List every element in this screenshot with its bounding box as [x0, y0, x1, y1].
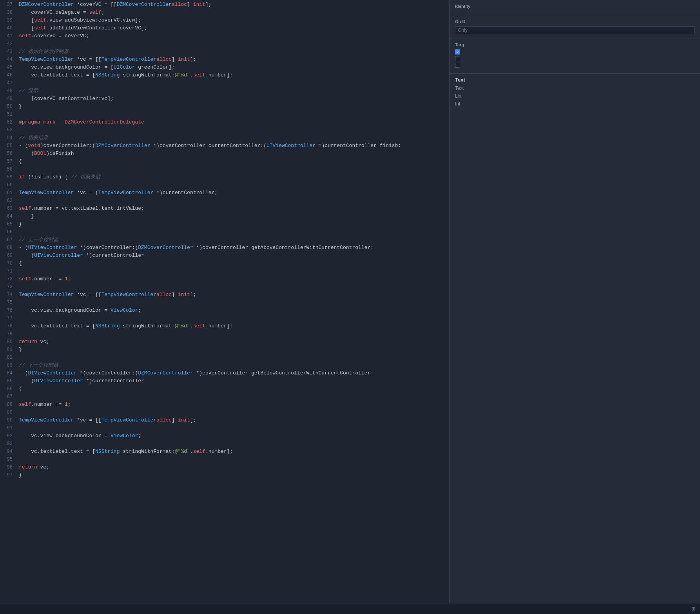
line-numbers: 3738394041424344454647484950515253545556… — [0, 0, 16, 614]
identity-title: Identity — [455, 4, 695, 9]
targets-title: Targ — [455, 42, 695, 47]
code-line: } — [19, 346, 449, 354]
code-line: self.coverVC = coverVC; — [19, 32, 449, 40]
code-line — [19, 409, 449, 416]
code-line: [self addChildViewController:coverVC]; — [19, 24, 449, 32]
code-line — [19, 440, 449, 448]
code-line — [19, 456, 449, 463]
text-section-title: Text — [450, 74, 700, 84]
code-line: { — [19, 385, 449, 393]
code-line: #pragma mark - DZMCoverControllerDelegat… — [19, 118, 449, 126]
code-line: vc.view.backgroundColor = ViewColor; — [19, 307, 449, 314]
code-line: TempViewController *vc = (TempViewContro… — [19, 189, 449, 197]
code-line: } — [19, 103, 449, 111]
code-line: - (void)coverController:(DZMCoverControl… — [19, 142, 449, 150]
on-demand-section: On D — [450, 15, 700, 38]
target-item-3[interactable] — [455, 63, 695, 68]
code-line: vc.view.backgroundColor = [UIColor green… — [19, 64, 449, 71]
code-line — [19, 79, 449, 87]
code-line: DZMCoverController *coverVC = [[DZMCover… — [19, 1, 449, 9]
code-line: // 上一个控制器 — [19, 236, 449, 244]
code-line: - (UIViewController *)coverController:(D… — [19, 369, 449, 377]
code-line — [19, 197, 449, 205]
code-line — [19, 267, 449, 275]
code-line: coverVC.delegate = self; — [19, 9, 449, 16]
code-line: (UIViewController *)currentController — [19, 252, 449, 260]
grid-icon[interactable]: ⊞ — [691, 605, 695, 613]
targets-section: Targ — [450, 38, 700, 74]
code-line: self.number -= 1; — [19, 275, 449, 283]
code-line — [19, 314, 449, 322]
code-line: } — [19, 471, 449, 479]
code-line: { — [19, 260, 449, 267]
text-item-3: Int — [450, 100, 700, 108]
code-line — [19, 181, 449, 189]
on-demand-input[interactable] — [455, 26, 695, 34]
text-item-2: Lin — [450, 92, 700, 100]
text-item-1: Text — [450, 84, 700, 92]
code-line: [self.view addSubview:coverVC.view]; — [19, 16, 449, 24]
code-line — [19, 424, 449, 432]
code-line: [coverVC setController:vc]; — [19, 95, 449, 103]
code-line: // 显示 — [19, 87, 449, 95]
code-line — [19, 330, 449, 338]
code-line — [19, 40, 449, 48]
on-demand-title: On D — [455, 19, 695, 24]
code-line: (UIViewController *)currentController — [19, 377, 449, 385]
target-checkbox-2[interactable] — [455, 56, 460, 61]
code-line — [19, 126, 449, 134]
code-line — [19, 393, 449, 401]
code-line: return vc; — [19, 463, 449, 471]
code-line: return vc; — [19, 338, 449, 346]
code-line: } — [19, 213, 449, 220]
code-line — [19, 299, 449, 307]
bottom-bar: ⊞ — [0, 603, 700, 614]
code-line: self.number = vc.textLabel.text.intValue… — [19, 205, 449, 213]
code-line: vc.textLabel.text = [NSString stringWith… — [19, 71, 449, 79]
code-line: } — [19, 220, 449, 228]
code-editor: 3738394041424344454647484950515253545556… — [0, 0, 449, 614]
text-section: Text Text Lin Int — [450, 74, 700, 108]
code-line — [19, 283, 449, 291]
code-line: vc.textLabel.text = [NSString stringWith… — [19, 448, 449, 456]
code-line: TempViewController *vc = [[TempViewContr… — [19, 56, 449, 64]
identity-section: Identity — [450, 0, 700, 15]
code-content[interactable]: DZMCoverController *coverVC = [[DZMCover… — [16, 0, 449, 614]
code-line: - (UIViewController *)coverController:(D… — [19, 244, 449, 252]
code-line: self.number += 1; — [19, 401, 449, 409]
code-line: TempViewController *vc = [[TempViewContr… — [19, 416, 449, 424]
code-line — [19, 228, 449, 236]
code-line — [19, 111, 449, 118]
code-line: TempViewController *vc = [[TempViewContr… — [19, 291, 449, 299]
code-line: { — [19, 158, 449, 165]
target-checkbox-1[interactable] — [455, 49, 460, 54]
code-line: vc.textLabel.text = [NSString stringWith… — [19, 322, 449, 330]
code-line — [19, 354, 449, 361]
target-item-2[interactable] — [455, 56, 695, 61]
code-line: // 下一个控制器 — [19, 361, 449, 369]
code-line: // 切换结果 — [19, 134, 449, 142]
right-panel: Identity On D Targ Text Text Lin Int — [449, 0, 700, 614]
target-checkbox-3[interactable] — [455, 63, 460, 68]
code-line: vc.view.backgroundColor = ViewColor; — [19, 432, 449, 440]
code-line: (BOOL)isFinish — [19, 150, 449, 158]
code-line: if (!isFinish) { // 切换失败 — [19, 173, 449, 181]
code-line — [19, 165, 449, 173]
target-item-1[interactable] — [455, 49, 695, 54]
code-line: // 初始化显示控制器 — [19, 48, 449, 56]
